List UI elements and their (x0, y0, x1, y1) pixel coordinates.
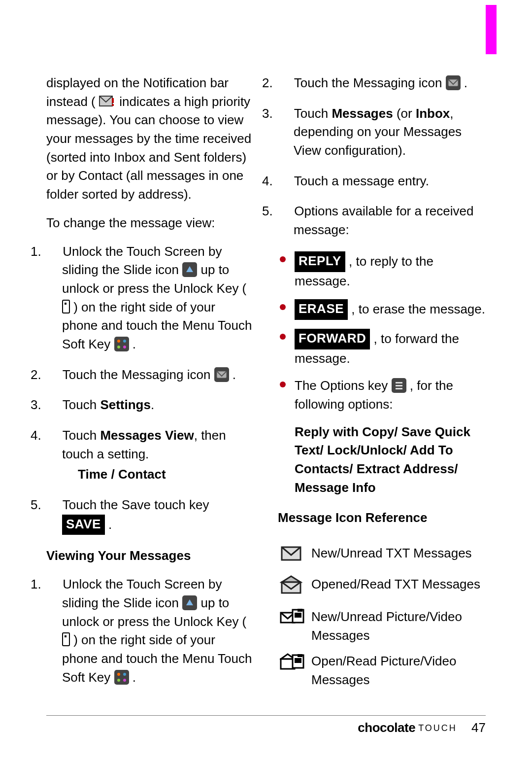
svg-point-13 (123, 679, 126, 682)
brand-sub: TOUCH (418, 723, 457, 733)
footer-rule (46, 715, 486, 716)
opened-read-txt-icon (280, 575, 311, 601)
text: Options available for a received message… (294, 204, 473, 237)
section-tab-marker (486, 5, 497, 54)
step-4: 4. Touch Messages View, then touch a set… (46, 426, 254, 484)
svg-point-10 (117, 673, 120, 676)
save-button[interactable]: SAVE (62, 515, 105, 535)
option-erase: ERASE , to erase the message. (278, 299, 486, 320)
text: ) on the right side of your phone and to… (62, 632, 252, 684)
svg-marker-3 (186, 266, 193, 272)
text: . (464, 75, 467, 90)
svg-rect-15 (396, 382, 402, 383)
received-message-options: REPLY , to reply to the message. ERASE ,… (278, 251, 486, 414)
options-key-icon (392, 378, 406, 393)
viewing-messages-heading: Viewing Your Messages (46, 547, 254, 565)
iconref-label: Open/Read Picture/Video Messages (311, 652, 486, 689)
svg-rect-2 (112, 104, 114, 106)
text: The Options key (295, 378, 392, 393)
svg-point-11 (123, 673, 126, 676)
svg-point-12 (117, 679, 120, 682)
text: Touch (294, 106, 332, 121)
iconref-row: New/Unread TXT Messages (280, 544, 486, 568)
iconref-row: Open/Read Picture/Video Messages (280, 652, 486, 689)
iconref-row: Opened/Read TXT Messages (280, 575, 486, 601)
svg-point-7 (123, 346, 126, 348)
svg-rect-16 (396, 385, 402, 386)
change-view-steps: 1. Unlock the Touch Screen by sliding th… (46, 243, 254, 535)
svg-point-4 (117, 340, 120, 343)
iconref-label: New/Unread TXT Messages (311, 544, 486, 568)
messages-view-label: Messages View (100, 428, 194, 443)
text: . (133, 337, 136, 351)
unlock-key-icon (62, 300, 70, 313)
icon-reference-heading: Message Icon Reference (278, 509, 486, 527)
messages-label: Messages (332, 106, 393, 121)
svg-rect-8 (217, 371, 227, 378)
page-content: displayed on the Notification bar instea… (46, 74, 486, 706)
erase-button[interactable]: ERASE (295, 299, 348, 320)
messaging-icon (446, 75, 461, 90)
option-forward: FORWARD , to forward the message. (278, 329, 486, 368)
svg-rect-24 (298, 609, 302, 612)
text: . (233, 367, 236, 382)
option-options-key: The Options key , for the following opti… (278, 377, 486, 414)
iconref-label: New/Unread Picture/Video Messages (311, 608, 486, 645)
iconref-row: New/Unread Picture/Video Messages (280, 608, 486, 645)
text: Touch the Messaging icon (294, 75, 446, 90)
step-2: 2. Touch the Messaging icon . (278, 74, 486, 93)
svg-point-5 (123, 340, 126, 343)
svg-point-6 (117, 346, 120, 348)
menu-softkey-icon (114, 337, 129, 351)
unlock-key-icon (62, 632, 70, 646)
new-unread-txt-icon (280, 544, 311, 568)
svg-rect-29 (298, 654, 302, 657)
text: , to erase the message. (348, 302, 485, 316)
text: Touch (63, 397, 100, 412)
text: . (151, 397, 154, 412)
text: . (105, 517, 112, 532)
menu-softkey-icon (114, 670, 129, 685)
text: Touch the Messaging icon (63, 367, 214, 382)
inbox-label: Inbox (416, 106, 450, 121)
text: Touch (63, 428, 100, 443)
options-list: Reply with Copy/ Save Quick Text/ Lock/U… (295, 423, 486, 497)
brand-name: chocolate (358, 720, 415, 735)
text: (or (393, 106, 416, 121)
slide-up-icon (182, 262, 197, 277)
settings-label: Settings (100, 397, 151, 412)
iconref-label: Opened/Read TXT Messages (311, 575, 486, 601)
text: Touch the Save touch key (63, 497, 209, 512)
time-contact-option: Time / Contact (78, 465, 254, 484)
viewing-messages-steps-right: 2. Touch the Messaging icon . 3. Touch M… (278, 74, 486, 240)
text: ) on the right side of your phone and to… (62, 300, 252, 351)
text: Unlock the Touch Screen by sliding the S… (62, 577, 222, 610)
svg-rect-1 (112, 98, 114, 103)
viewing-messages-steps-left: 1. Unlock the Touch Screen by sliding th… (46, 575, 254, 687)
text: . (133, 670, 136, 685)
intro-paragraph: displayed on the Notification bar instea… (46, 74, 254, 204)
open-read-picture-video-icon (280, 652, 311, 689)
text: Touch a message entry. (294, 174, 429, 188)
icon-reference-table: New/Unread TXT Messages Opened/Read TXT … (280, 537, 486, 696)
step-3: 3. Touch Messages (or Inbox, depending o… (278, 104, 486, 160)
page-number: 47 (471, 720, 486, 735)
step-5: 5. Options available for a received mess… (278, 202, 486, 239)
step-1: 1. Unlock the Touch Screen by sliding th… (46, 243, 254, 354)
step-3: 3. Touch Settings. (46, 396, 254, 415)
svg-rect-28 (295, 658, 301, 663)
svg-marker-9 (186, 599, 193, 605)
forward-button[interactable]: FORWARD (295, 329, 370, 349)
change-view-lead: To change the message view: (46, 214, 254, 233)
svg-rect-14 (448, 79, 458, 86)
svg-rect-23 (295, 613, 301, 618)
reply-button[interactable]: REPLY (295, 251, 345, 272)
svg-rect-17 (396, 388, 402, 389)
text: indicates a high priority message). You … (46, 94, 251, 202)
messaging-icon (214, 367, 229, 382)
step-5: 5. Touch the Save touch key SAVE . (46, 496, 254, 535)
high-priority-message-icon (99, 94, 116, 109)
page-footer: chocolateTOUCH 47 (0, 719, 486, 737)
svg-marker-19 (282, 576, 300, 582)
text: Unlock the Touch Screen by sliding the S… (62, 244, 222, 278)
